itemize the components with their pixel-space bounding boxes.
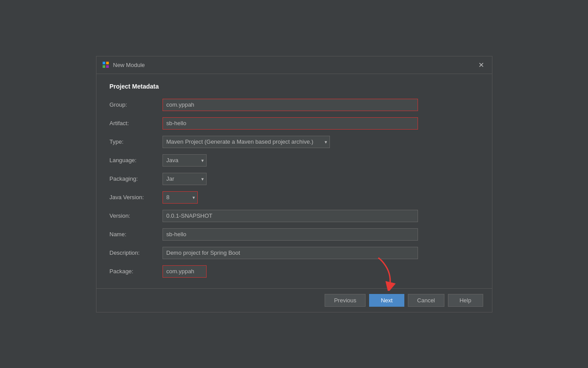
svg-rect-1 [106, 62, 109, 64]
dialog-title: New Module [113, 62, 145, 68]
title-bar-left: New Module [102, 61, 145, 69]
name-input[interactable] [163, 228, 418, 241]
arrow-indicator [374, 256, 396, 292]
java-version-row: Java Version: 8 11 17 [110, 191, 479, 204]
module-icon [102, 61, 110, 69]
name-label: Name: [110, 231, 163, 238]
type-label: Type: [110, 138, 163, 145]
dialog-footer: Previous Next Cancel Help [96, 288, 492, 312]
version-row: Version: [110, 210, 479, 222]
svg-rect-2 [103, 65, 105, 68]
svg-rect-3 [106, 65, 109, 68]
packaging-label: Packaging: [110, 175, 163, 182]
previous-button[interactable]: Previous [325, 294, 366, 307]
type-row: Type: Maven Project (Generate a Maven ba… [110, 136, 479, 148]
package-input[interactable] [163, 265, 207, 278]
java-version-label: Java Version: [110, 194, 163, 201]
package-label: Package: [110, 268, 163, 275]
svg-rect-0 [103, 62, 105, 64]
name-row: Name: [110, 228, 479, 241]
language-label: Language: [110, 157, 163, 164]
next-button[interactable]: Next [369, 294, 404, 307]
type-select-wrapper: Maven Project (Generate a Maven based pr… [163, 136, 330, 148]
description-row: Description: [110, 247, 479, 259]
artifact-input[interactable] [163, 117, 418, 130]
group-label: Group: [110, 101, 163, 108]
new-module-dialog: New Module ✕ Project Metadata Group: Art… [96, 56, 492, 312]
dialog-body: Project Metadata Group: Artifact: Type: … [96, 74, 492, 288]
artifact-label: Artifact: [110, 120, 163, 126]
cancel-button[interactable]: Cancel [408, 294, 444, 307]
group-input[interactable] [163, 99, 418, 111]
java-version-select-wrapper: 8 11 17 [163, 191, 198, 204]
version-input[interactable] [163, 210, 418, 222]
group-row: Group: [110, 99, 479, 111]
close-button[interactable]: ✕ [476, 60, 487, 70]
java-version-select[interactable]: 8 11 17 [163, 191, 198, 204]
packaging-row: Packaging: Jar War [110, 173, 479, 185]
packaging-select-wrapper: Jar War [163, 173, 207, 185]
version-label: Version: [110, 212, 163, 219]
type-select[interactable]: Maven Project (Generate a Maven based pr… [163, 136, 330, 148]
language-row: Language: Java Kotlin Groovy [110, 154, 479, 167]
title-bar: New Module ✕ [96, 56, 492, 74]
artifact-row: Artifact: [110, 117, 479, 130]
section-title: Project Metadata [110, 83, 479, 90]
language-select-wrapper: Java Kotlin Groovy [163, 154, 207, 167]
description-label: Description: [110, 249, 163, 256]
packaging-select[interactable]: Jar War [163, 173, 207, 185]
language-select[interactable]: Java Kotlin Groovy [163, 154, 207, 167]
package-row: Package: [110, 265, 479, 278]
help-button[interactable]: Help [448, 294, 483, 307]
